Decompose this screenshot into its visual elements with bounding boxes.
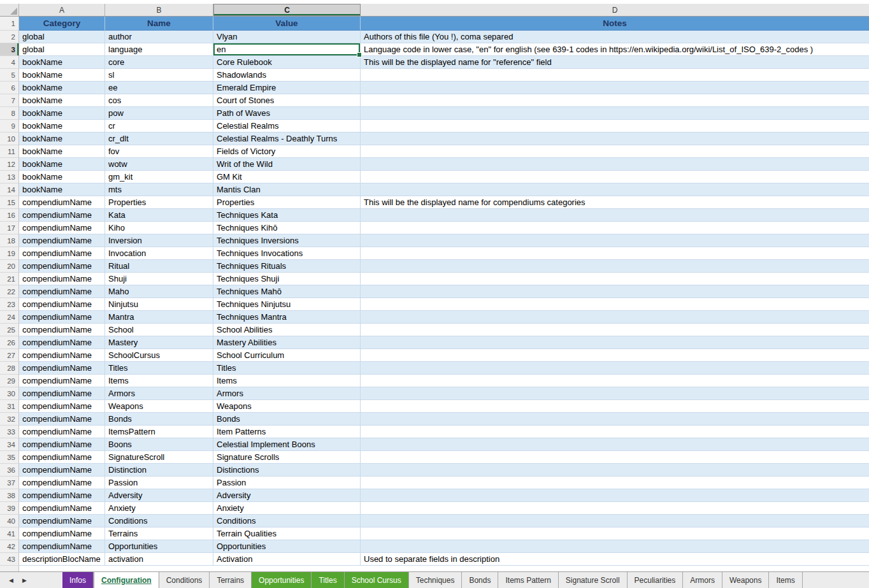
row-header-28[interactable]: 28 — [0, 362, 19, 375]
cell-B38[interactable]: Adversity — [105, 489, 213, 502]
row-header-42[interactable]: 42 — [0, 540, 19, 553]
cell-B2[interactable]: author — [105, 31, 213, 43]
cell-D36[interactable] — [361, 464, 869, 477]
cell-C2[interactable]: Vlyan — [213, 31, 361, 43]
cell-C32[interactable]: Bonds — [213, 413, 361, 426]
cell-A9[interactable]: bookName — [19, 120, 105, 133]
cell-A7[interactable]: bookName — [19, 94, 105, 107]
header-cell-notes[interactable]: Notes — [361, 17, 869, 31]
cell-C28[interactable]: Titles — [213, 362, 361, 375]
cell-C29[interactable]: Items — [213, 375, 361, 387]
row-header-41[interactable]: 41 — [0, 527, 19, 540]
cell-B37[interactable]: Passion — [105, 477, 213, 489]
select-all-button[interactable] — [0, 4, 19, 16]
cell-C35[interactable]: Signature Scrolls — [213, 451, 361, 464]
sheet-tab-items[interactable]: Items — [769, 572, 802, 588]
cell-A30[interactable]: compendiumName — [19, 387, 105, 400]
row-header-8[interactable]: 8 — [0, 107, 19, 120]
cell-D13[interactable] — [361, 171, 869, 183]
cell-B36[interactable]: Distinction — [105, 464, 213, 477]
cell-B32[interactable]: Bonds — [105, 413, 213, 426]
cell-A34[interactable]: compendiumName — [19, 438, 105, 451]
sheet-tab-titles[interactable]: Titles — [312, 572, 344, 588]
cell-C36[interactable]: Distinctions — [213, 464, 361, 477]
cell-A26[interactable]: compendiumName — [19, 336, 105, 349]
cell-D2[interactable]: Authors of this file (You !), coma separ… — [361, 31, 869, 43]
cell-C24[interactable]: Techniques Mantra — [213, 311, 361, 324]
row-header-2[interactable]: 2 — [0, 31, 19, 43]
cell-D17[interactable] — [361, 222, 869, 234]
cell-B8[interactable]: pow — [105, 107, 213, 120]
cell-D27[interactable] — [361, 349, 869, 362]
column-header-b[interactable]: B — [105, 4, 213, 16]
cell-A40[interactable]: compendiumName — [19, 515, 105, 527]
cell-B7[interactable]: cos — [105, 94, 213, 107]
cell-B40[interactable]: Conditions — [105, 515, 213, 527]
sheet-tab-terrains[interactable]: Terrains — [210, 572, 252, 588]
sheet-tab-peculiarities[interactable]: Peculiarities — [628, 572, 684, 588]
cell-C33[interactable]: Item Patterns — [213, 426, 361, 438]
cell-B5[interactable]: sl — [105, 69, 213, 82]
cell-A4[interactable]: bookName — [19, 56, 105, 69]
cell-A2[interactable]: global — [19, 31, 105, 43]
cell-A25[interactable]: compendiumName — [19, 324, 105, 336]
row-header-39[interactable]: 39 — [0, 502, 19, 515]
row-header-33[interactable]: 33 — [0, 426, 19, 438]
header-cell-value[interactable]: Value — [213, 17, 361, 31]
cell-B6[interactable]: ee — [105, 82, 213, 94]
row-header-27[interactable]: 27 — [0, 349, 19, 362]
cell-B17[interactable]: Kiho — [105, 222, 213, 234]
cell-C21[interactable]: Techniques Shuji — [213, 273, 361, 285]
cell-A10[interactable]: bookName — [19, 133, 105, 145]
cell-B43[interactable]: activation — [105, 553, 213, 566]
cell-B18[interactable]: Inversion — [105, 234, 213, 247]
cell-B9[interactable]: cr — [105, 120, 213, 133]
row-header-1[interactable]: 1 — [0, 17, 19, 31]
row-header-23[interactable]: 23 — [0, 298, 19, 311]
cell-B16[interactable]: Kata — [105, 209, 213, 222]
cell-D42[interactable] — [361, 540, 869, 553]
cell-C12[interactable]: Writ of the Wild — [213, 158, 361, 171]
sheet-tab-school-cursus[interactable]: School Cursus — [345, 572, 409, 588]
cell-C22[interactable]: Techniques Mahō — [213, 285, 361, 298]
cell-A14[interactable]: bookName — [19, 183, 105, 196]
row-header-19[interactable]: 19 — [0, 247, 19, 260]
cell-D38[interactable] — [361, 489, 869, 502]
cell-C8[interactable]: Path of Waves — [213, 107, 361, 120]
cell-D39[interactable] — [361, 502, 869, 515]
row-header-11[interactable]: 11 — [0, 145, 19, 158]
cell-A43[interactable]: descriptionBlocName — [19, 553, 105, 566]
cell-C15[interactable]: Properties — [213, 196, 361, 209]
sheet-tab-configuration[interactable]: Configuration — [94, 572, 159, 588]
cell-A41[interactable]: compendiumName — [19, 527, 105, 540]
row-header-34[interactable]: 34 — [0, 438, 19, 451]
cell-C20[interactable]: Techniques Rituals — [213, 260, 361, 273]
cell-C16[interactable]: Techniques Kata — [213, 209, 361, 222]
cell-C40[interactable]: Conditions — [213, 515, 361, 527]
cell-D37[interactable] — [361, 477, 869, 489]
cell-D10[interactable] — [361, 133, 869, 145]
cell-A16[interactable]: compendiumName — [19, 209, 105, 222]
cell-C18[interactable]: Techniques Inversions — [213, 234, 361, 247]
cell-A32[interactable]: compendiumName — [19, 413, 105, 426]
cell-D26[interactable] — [361, 336, 869, 349]
cell-C25[interactable]: School Abilities — [213, 324, 361, 336]
column-header-d[interactable]: D — [361, 4, 869, 16]
cell-B34[interactable]: Boons — [105, 438, 213, 451]
cell-A23[interactable]: compendiumName — [19, 298, 105, 311]
row-header-30[interactable]: 30 — [0, 387, 19, 400]
sheet-tab-armors[interactable]: Armors — [683, 572, 722, 588]
cell-B20[interactable]: Ritual — [105, 260, 213, 273]
cell-A35[interactable]: compendiumName — [19, 451, 105, 464]
cell-A17[interactable]: compendiumName — [19, 222, 105, 234]
cell-D35[interactable] — [361, 451, 869, 464]
cell-D28[interactable] — [361, 362, 869, 375]
row-header-17[interactable]: 17 — [0, 222, 19, 234]
row-header-36[interactable]: 36 — [0, 464, 19, 477]
tab-scroll-left-button[interactable]: ◀ — [9, 577, 13, 584]
cell-C10[interactable]: Celestial Realms - Deathly Turns — [213, 133, 361, 145]
row-header-32[interactable]: 32 — [0, 413, 19, 426]
row-header-5[interactable]: 5 — [0, 69, 19, 82]
cell-C3[interactable]: en — [213, 43, 361, 56]
row-header-15[interactable]: 15 — [0, 196, 19, 209]
